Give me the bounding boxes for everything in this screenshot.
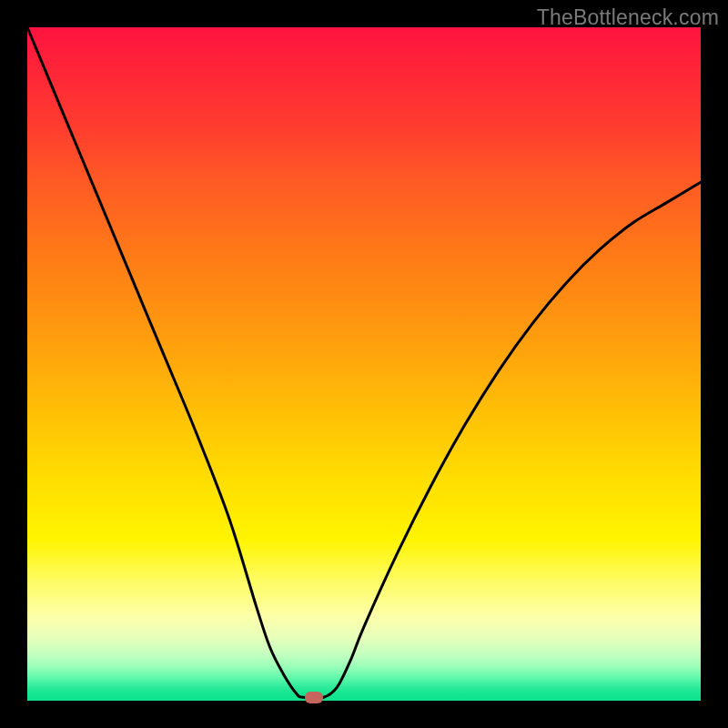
optimal-point-marker (305, 692, 323, 703)
bottleneck-curve (27, 27, 701, 701)
chart-frame: TheBottleneck.com (0, 0, 728, 728)
plot-area (27, 27, 701, 701)
watermark-text: TheBottleneck.com (537, 5, 719, 30)
